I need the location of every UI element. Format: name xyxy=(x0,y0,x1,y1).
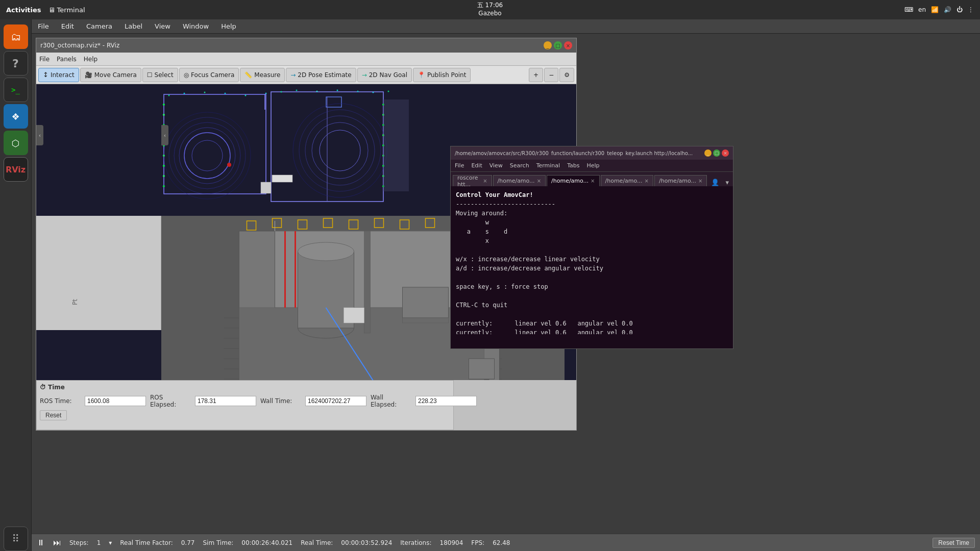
activities-button[interactable]: Activities xyxy=(6,6,41,14)
nav-goal-button[interactable]: → 2D Nav Goal xyxy=(357,68,412,82)
zoom-in-button[interactable]: + xyxy=(529,68,543,82)
terminal-search-menu[interactable]: Search xyxy=(510,162,529,169)
terminal-line-10 xyxy=(456,273,728,282)
tab-1-close[interactable]: × xyxy=(483,178,487,184)
tab-5-close[interactable]: × xyxy=(698,178,702,184)
system-tray: ⌨ en 📶 🔊 ⏻ ⋮ xyxy=(904,6,974,13)
terminal-tabs-menu[interactable]: Tabs xyxy=(567,162,579,169)
right-panel-collapse[interactable]: ‹ xyxy=(161,125,168,145)
gazebo-label-menu[interactable]: Label xyxy=(122,21,144,31)
pose-estimate-icon: → xyxy=(290,71,296,79)
terminal-file-menu[interactable]: File xyxy=(455,162,464,169)
svg-point-8 xyxy=(227,163,231,167)
tab-2-close[interactable]: × xyxy=(537,178,541,184)
lang-indicator[interactable]: en xyxy=(918,6,926,13)
gazebo-camera-menu[interactable]: Camera xyxy=(84,21,114,31)
terminal-maximize-button[interactable]: □ xyxy=(713,149,720,157)
steps-dropdown-icon[interactable]: ▾ xyxy=(109,539,112,546)
settings-button[interactable]: ⚙ xyxy=(559,68,574,82)
interact-label: Interact xyxy=(51,71,75,79)
terminal-line-12 xyxy=(456,291,728,300)
new-tab-button[interactable]: 👤 xyxy=(708,179,722,186)
terminal-line-3: Moving around: xyxy=(456,209,728,218)
reset-button[interactable]: Reset xyxy=(40,410,67,420)
vscode-icon[interactable]: ❖ xyxy=(4,104,28,129)
tab-4-close[interactable]: × xyxy=(645,178,649,184)
terminal-help-menu[interactable]: Help xyxy=(587,162,600,169)
rviz-minimize-button[interactable]: _ xyxy=(544,41,552,49)
pose-estimate-label: 2D Pose Estimate xyxy=(298,71,351,79)
terminal-minimize-button[interactable]: _ xyxy=(704,149,712,157)
publish-point-button[interactable]: 📍 Publish Point xyxy=(413,68,471,82)
rviz-help-menu[interactable]: Help xyxy=(84,56,97,63)
select-button[interactable]: ☐ Select xyxy=(142,68,178,82)
rviz-maximize-button[interactable]: □ xyxy=(554,41,562,49)
ros-elapsed-input[interactable] xyxy=(195,396,256,406)
svg-point-38 xyxy=(163,185,165,187)
fps-label: FPS: xyxy=(471,539,484,546)
terminal-terminal-menu[interactable]: Terminal xyxy=(536,162,560,169)
gazebo-view-menu[interactable]: View xyxy=(153,21,173,31)
terminal-content[interactable]: Control Your AmovCar! ------------------… xyxy=(451,186,733,334)
rviz-file-menu[interactable]: File xyxy=(39,56,50,63)
gazebo-window-menu[interactable]: Window xyxy=(181,21,211,31)
terminal-view-menu[interactable]: View xyxy=(489,162,503,169)
left-panel-collapse[interactable]: ‹ xyxy=(36,125,43,145)
step-forward-icon[interactable]: ⏭ xyxy=(53,538,61,547)
keyboard-icon[interactable]: ⌨ xyxy=(904,6,913,13)
tab-menu-button[interactable]: ▾ xyxy=(723,179,731,186)
app-grid-icon[interactable]: ⠿ xyxy=(4,527,28,551)
svg-rect-107 xyxy=(469,359,495,379)
terminal-tab-5[interactable]: /home/amo... × xyxy=(654,175,707,186)
terminal-edit-menu[interactable]: Edit xyxy=(471,162,482,169)
steps-label: Steps: xyxy=(69,539,89,546)
wall-time-input[interactable] xyxy=(305,396,366,406)
terminal-tab-3[interactable]: /home/amo... × xyxy=(547,175,599,186)
pause-icon[interactable]: ⏸ xyxy=(37,538,45,547)
gazebo-edit-menu[interactable]: Edit xyxy=(59,21,76,31)
svg-point-20 xyxy=(225,93,226,94)
measure-button[interactable]: 📏 Measure xyxy=(240,68,285,82)
volume-icon[interactable]: 🔊 xyxy=(944,6,951,13)
terminal-app-icon[interactable]: >_ xyxy=(4,78,28,102)
box-icon[interactable]: ⬡ xyxy=(4,131,28,155)
tab-3-close[interactable]: × xyxy=(591,178,595,184)
svg-rect-103 xyxy=(403,318,449,323)
interact-button[interactable]: ↕ Interact xyxy=(38,68,79,82)
rviz-close-button[interactable]: × xyxy=(564,41,572,49)
svg-rect-49 xyxy=(261,182,271,193)
terminal-tab-1[interactable]: roscore htt... × xyxy=(453,175,492,186)
svg-point-30 xyxy=(163,104,165,106)
help-icon[interactable]: ? xyxy=(4,51,28,76)
files-icon[interactable]: 🗂 xyxy=(4,24,28,49)
menu-dots[interactable]: ⋮ xyxy=(968,6,974,13)
time-panel: ⏱ Time ROS Time: ROS Elapsed: Wall Time:… xyxy=(36,380,454,430)
realtime-factor-value: 0.77 xyxy=(181,539,195,546)
pose-estimate-button[interactable]: → 2D Pose Estimate xyxy=(286,68,356,82)
iterations-label: Iterations: xyxy=(400,539,431,546)
gazebo-file-menu[interactable]: File xyxy=(36,21,51,31)
pointcloud-view[interactable] xyxy=(36,84,442,216)
focus-camera-button[interactable]: ◎ Focus Camera xyxy=(179,68,239,82)
terminal-window-controls: _ □ × xyxy=(704,149,729,157)
svg-point-35 xyxy=(163,155,165,157)
terminal-tab-2[interactable]: /home/amo... × xyxy=(493,175,546,186)
wall-elapsed-input[interactable] xyxy=(415,396,477,406)
rviz-menubar: File Panels Help xyxy=(36,53,576,66)
ros-time-input[interactable] xyxy=(85,396,146,406)
gazebo-help-menu[interactable]: Help xyxy=(219,21,238,31)
move-camera-button[interactable]: 🎥 Move Camera xyxy=(80,68,141,82)
rviz-panels-menu[interactable]: Panels xyxy=(57,56,77,63)
svg-point-23 xyxy=(281,91,282,93)
rviz-app-icon[interactable]: RViz xyxy=(4,157,28,182)
zoom-out-button[interactable]: − xyxy=(544,68,558,82)
panel-label-text: Pt xyxy=(71,299,79,305)
power-icon[interactable]: ⏻ xyxy=(957,6,963,13)
reset-time-button[interactable]: Reset Time xyxy=(933,538,975,548)
network-icon[interactable]: 📶 xyxy=(931,6,939,13)
terminal-tab-4[interactable]: /home/amo... × xyxy=(601,175,653,186)
pointcloud-svg xyxy=(36,84,442,216)
terminal-close-button[interactable]: × xyxy=(722,149,729,157)
terminal-line-15: currently: linear vel 0.6 angular vel 0.… xyxy=(456,319,728,328)
terminal-menu-label[interactable]: 🖥 Terminal xyxy=(48,6,85,14)
